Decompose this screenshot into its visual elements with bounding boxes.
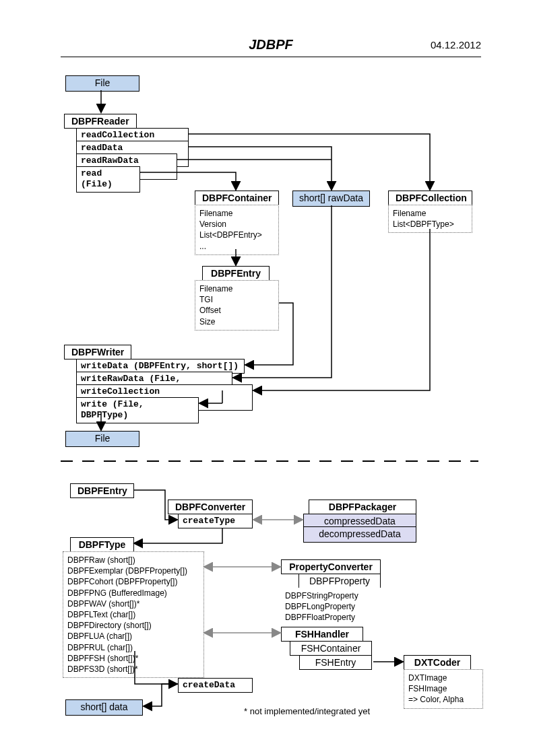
dbpf-entry2-head: DBPFEntry — [70, 483, 134, 498]
dbpf-writer-head: DBPFWriter — [64, 345, 131, 359]
propconv-body: DBPFStringProperty DBPFLongProperty DBPF… — [281, 588, 381, 626]
create-data-box: createData — [178, 678, 253, 693]
dbpf-packager-head: DBPFPackager — [309, 500, 416, 514]
shortdata-box: short[] data — [65, 699, 143, 716]
page-header: JDBPF 04.12.2012 — [61, 37, 481, 57]
dbpf-type-head: DBPFType — [70, 537, 134, 552]
dbpf-reader-head: DBPFReader — [64, 114, 137, 129]
dxt-head: DXTCoder — [404, 655, 471, 670]
packager-m1: decompressedData — [303, 526, 416, 543]
dbpf-entry-body: Filename TGI Offset Size — [195, 280, 279, 331]
page-date: 04.12.2012 — [431, 39, 481, 50]
file-bottom-box: File — [65, 431, 139, 447]
page-title: JDBPF — [61, 37, 481, 53]
dbpf-converter-m: createType — [178, 514, 253, 528]
rawdata-box: short[] rawData — [292, 191, 370, 207]
fsh-s1: FSHEntry — [299, 655, 372, 670]
fsh-head: FSHHandler — [281, 627, 363, 642]
propconv-sub: DBPFProperty — [298, 574, 381, 588]
propconv-head: PropertyConverter — [281, 559, 381, 574]
footnote: * not implemented/integrated yet — [244, 706, 370, 716]
fsh-s0: FSHContainer — [290, 641, 372, 656]
dbpf-entry-head: DBPFEntry — [202, 266, 270, 281]
dbpf-converter-head: DBPFConverter — [168, 500, 253, 514]
writer-m3: write (File, DBPFType) — [76, 397, 199, 423]
dbpf-collection-body: Filename List<DBPFType> — [388, 205, 472, 233]
file-top-box: File — [65, 75, 139, 92]
dbpf-container-head: DBPFContainer — [195, 191, 279, 205]
dbpf-type-body: DBPFRaw (short[]) DBPFExemplar (DBPFProp… — [63, 551, 204, 678]
dbpf-container-body: Filename Version List<DBPFEntry> ... — [195, 205, 279, 255]
dxt-body: DXTImage FSHImage => Color, Alpha — [404, 669, 483, 709]
dbpf-collection-head: DBPFCollection — [388, 191, 472, 205]
reader-m3: read (File) — [76, 166, 140, 193]
